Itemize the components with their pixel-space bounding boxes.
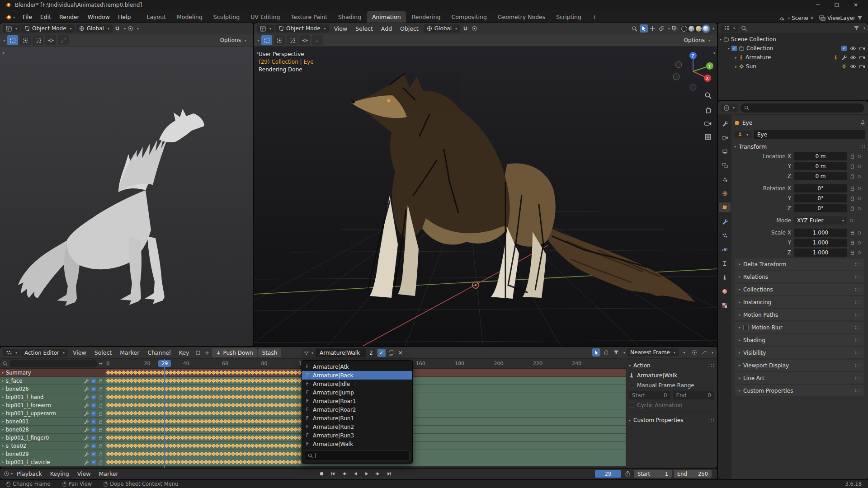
properties-tab-output[interactable]	[719, 146, 731, 156]
menu-edit[interactable]: Edit	[36, 11, 55, 23]
menu-window[interactable]: Window	[84, 11, 114, 23]
panel-grip-icon[interactable]	[854, 288, 861, 291]
dropdown-item[interactable]: FArmature|Run3	[302, 431, 412, 440]
cursor-tool[interactable]	[299, 35, 310, 45]
keyframe-diamond[interactable]	[297, 436, 302, 440]
current-frame-field[interactable]: 29	[595, 470, 621, 478]
outliner-row-collection[interactable]: ▾✓Collection✓	[718, 44, 868, 53]
expand-icon[interactable]: ▸	[735, 56, 737, 60]
expand-icon[interactable]: ▸	[735, 65, 737, 69]
fake-user-toggle[interactable]: ✓	[377, 349, 386, 357]
panel-delta-transform[interactable]: ▸Delta Transform	[735, 258, 864, 270]
workspace-tab-geometry-nodes[interactable]: Geometry Nodes	[493, 11, 550, 23]
channel-name-cell[interactable]: ▸bip001_l_hand✓	[0, 393, 105, 401]
dropdown-item[interactable]: FArmature|Run1	[302, 414, 412, 422]
lock-icon[interactable]	[850, 206, 855, 211]
lock-icon[interactable]	[850, 230, 855, 235]
dropdown-item[interactable]: FArmature|Roar1	[302, 397, 412, 405]
value-field[interactable]: 0°	[794, 194, 847, 202]
viewport-menu-view[interactable]: View	[330, 23, 352, 34]
channel-lock-icon[interactable]	[98, 403, 103, 408]
hide-in-viewport-icon[interactable]	[850, 55, 856, 60]
view-object-types-icon[interactable]	[631, 24, 639, 33]
workspace-tab-texture-paint[interactable]: Texture Paint	[286, 11, 332, 23]
channel-name-cell[interactable]: ▸bip001_l_clavicle✓	[0, 458, 105, 466]
value-field[interactable]: 0 m	[794, 152, 847, 160]
panel-visibility[interactable]: ▸Visibility	[735, 347, 864, 358]
sidebar-toggle-icon[interactable]: ◂	[713, 50, 715, 55]
channel-name-cell[interactable]: ▸bip001_l_upperarm✓	[0, 409, 105, 417]
editor-type-dropdown[interactable]: ▾	[4, 471, 13, 477]
push-down-button[interactable]: Push Down	[212, 348, 257, 357]
animate-dot[interactable]	[858, 231, 861, 235]
dopesheet-menu-marker[interactable]: Marker	[116, 347, 143, 358]
workspace-tab-modeling[interactable]: Modeling	[172, 11, 208, 23]
animate-dot[interactable]	[858, 165, 861, 168]
channel-name-cell[interactable]: ▸bone001✓	[0, 418, 105, 425]
editor-type-dropdown[interactable]: ▾	[3, 349, 20, 356]
panel-grip-icon[interactable]	[854, 263, 861, 266]
panel-grip-icon[interactable]	[854, 338, 861, 342]
outliner-row-scene-collection[interactable]: ▾Scene Collection	[718, 35, 868, 44]
outliner-row-sun[interactable]: ▸Sun	[718, 62, 868, 71]
overlays-icon[interactable]	[658, 24, 666, 33]
channel-enable-checkbox[interactable]: ✓	[91, 386, 96, 391]
channel-enable-checkbox[interactable]: ✓	[91, 443, 96, 448]
only-selected-icon[interactable]	[592, 348, 600, 357]
workspace-tab-scripting[interactable]: Scripting	[551, 11, 586, 23]
dropdown-item[interactable]: FArmature|Back	[302, 371, 412, 380]
channel-lock-icon[interactable]	[98, 451, 103, 457]
select-visibility-icon[interactable]	[640, 24, 648, 33]
menu-help[interactable]: Help	[114, 11, 135, 23]
snap-magnet-icon[interactable]	[461, 24, 469, 33]
channel-enable-checkbox[interactable]: ✓	[91, 451, 96, 456]
panel-grip-icon[interactable]	[854, 376, 861, 380]
expand-icon[interactable]: ▸	[2, 460, 4, 464]
channel-enable-checkbox[interactable]: ✓	[91, 378, 96, 383]
object-data-icon-dropdown[interactable]: ▾	[734, 131, 751, 138]
select-lasso-tool[interactable]	[287, 35, 297, 45]
panel-custom-properties[interactable]: ▸Custom Properties	[735, 385, 864, 396]
playback-menu-keying[interactable]: Keying	[46, 468, 73, 479]
unlink-action-icon[interactable]: ✕	[396, 349, 405, 357]
channel-enable-checkbox[interactable]: ✓	[91, 411, 96, 415]
disable-in-render-icon[interactable]	[859, 64, 865, 69]
lock-icon[interactable]	[850, 186, 855, 191]
properties-tab-tool[interactable]	[719, 118, 731, 128]
channel-lock-icon[interactable]	[98, 386, 103, 392]
properties-tab-modifiers[interactable]	[719, 216, 731, 226]
shading-rendered-icon[interactable]	[703, 26, 709, 32]
lock-icon[interactable]	[850, 174, 855, 179]
proportional-edit-icon[interactable]	[127, 24, 135, 33]
channel-lock-icon[interactable]	[98, 394, 103, 400]
expand-icon[interactable]: ▸	[2, 395, 4, 399]
expand-icon[interactable]: ▸	[2, 379, 4, 383]
keyframe-diamond[interactable]	[297, 403, 302, 408]
modifier-icon[interactable]	[84, 411, 89, 416]
animate-dot[interactable]	[858, 187, 861, 190]
expand-icon[interactable]: ▸	[2, 436, 4, 440]
expand-icon[interactable]: ▸	[2, 419, 4, 423]
dopesheet-menu-view[interactable]: View	[69, 347, 90, 358]
channel-name-cell[interactable]: ▸s_face✓	[0, 377, 105, 385]
panel-viewport-display[interactable]: ▸Viewport Display	[735, 360, 864, 371]
channel-search-input[interactable]	[9, 360, 97, 367]
disable-in-render-icon[interactable]	[859, 46, 865, 51]
lock-icon[interactable]	[850, 154, 855, 159]
editor-type-dropdown[interactable]: ▾	[257, 25, 274, 33]
editor-type-dropdown[interactable]: ▾	[721, 25, 738, 32]
properties-tab-particles[interactable]	[719, 230, 731, 240]
toolbar-expand-icon[interactable]: ▸	[258, 38, 259, 42]
exclude-checkbox[interactable]: ✓	[841, 46, 847, 51]
keyframe-diamond[interactable]	[297, 444, 302, 448]
panel-grip-icon[interactable]	[854, 275, 861, 279]
previous-keyframe-button[interactable]	[339, 470, 349, 478]
keyframe-diamond[interactable]	[297, 411, 302, 416]
orientation-dropdown-left[interactable]: Global▾	[76, 24, 113, 33]
panel-grip-icon[interactable]	[708, 418, 714, 422]
channel-lock-icon[interactable]	[98, 378, 103, 384]
animate-dot[interactable]	[858, 155, 861, 158]
maximize-button[interactable]	[829, 0, 844, 10]
play-reverse-button[interactable]	[350, 470, 360, 478]
action-extra-icon-1[interactable]	[194, 349, 202, 357]
